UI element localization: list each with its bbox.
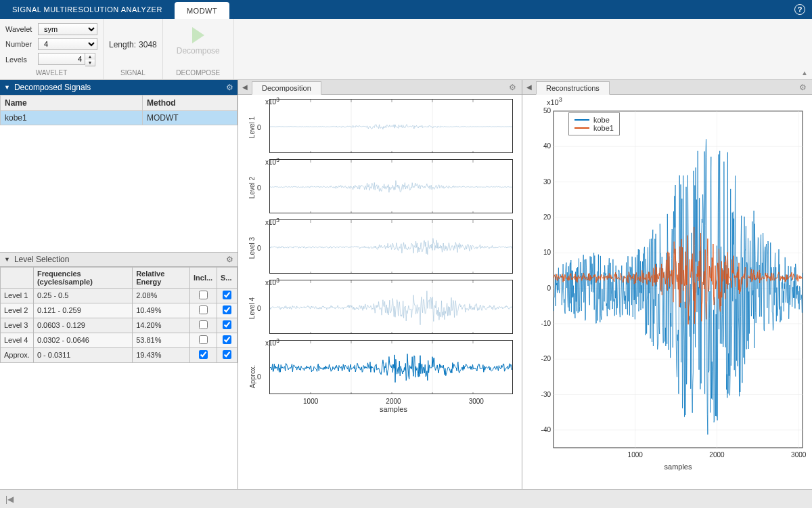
chevron-left-icon[interactable]: ◀ [522,83,536,91]
col-freq[interactable]: Frequencies (cycles/sample) [33,267,132,288]
decomposition-chart[interactable] [269,159,513,213]
svg-text:10: 10 [543,249,551,256]
decompose-group: Decompose DECOMPOSE [163,19,234,79]
tab-decomposition[interactable]: Decomposition [252,81,321,95]
x-ticks: 100020003000 [269,398,518,405]
cell-include [190,288,217,303]
wavelet-group: Wavelet sym Number 4 Levels ▲ ▼ WAVELET [0,19,104,79]
levels-down-button[interactable]: ▼ [85,60,95,66]
show-checkbox[interactable] [223,350,231,359]
axis-exponent: x103 [265,156,279,166]
signal-group: Length: 3048 SIGNAL [104,19,163,79]
table-row[interactable]: Level 3 0.0603 - 0.129 14.20% [1,318,238,333]
cell-show [217,318,238,333]
col-show[interactable]: S... [217,267,238,288]
cell-include [190,318,217,333]
decomposed-signals-title: Decomposed Signals [14,83,91,92]
cell-show [217,288,238,303]
collapse-toolstrip-button[interactable]: ▲ [801,69,808,77]
level-selection-title: Level Selection [14,255,69,264]
table-row[interactable]: Level 4 0.0302 - 0.0646 53.81% [1,333,238,347]
gear-icon[interactable]: ⚙ [794,83,812,92]
y-axis-label: Level 2 [248,176,256,198]
legend-item-kobe[interactable]: kobe [574,116,614,124]
mini-plot-level1: Level 1 x103 0 [242,99,518,155]
decomposition-chart[interactable] [269,280,513,334]
gear-icon[interactable]: ⚙ [503,83,522,92]
length-label: Length: [109,40,136,49]
table-row[interactable]: Approx. 0 - 0.0311 19.43% [1,347,238,362]
app-title-tab[interactable]: SIGNAL MULTIRESOLUTION ANALYZER [0,0,175,19]
decomposition-chart[interactable] [269,340,513,394]
chevron-left-icon[interactable]: ◀ [238,83,252,91]
decomposition-chart[interactable] [269,99,513,153]
legend[interactable]: kobe kobe1 [568,112,620,135]
legend-label: kobe [593,116,610,124]
gear-icon[interactable]: ⚙ [226,255,233,264]
number-select[interactable]: 4 [38,38,97,50]
y-axis-label: Level 3 [248,236,256,258]
help-icon[interactable]: ? [794,4,805,15]
decomposed-signals-header[interactable]: ▼ Decomposed Signals ⚙ [0,80,238,95]
legend-swatch [574,119,589,121]
cell-energy: 53.81% [133,333,190,347]
levels-input[interactable] [38,53,85,65]
include-checkbox[interactable] [199,305,208,314]
chevron-down-icon: ▼ [4,84,10,91]
cell-freq: 0.0302 - 0.0646 [33,333,132,347]
decompose-button[interactable]: Decompose [168,22,228,61]
gear-icon[interactable]: ⚙ [226,83,233,92]
include-checkbox[interactable] [199,291,208,299]
reconstructions-tabstrip: ◀ Reconstructions ⚙ [522,80,812,95]
col-include[interactable]: Incl... [190,267,217,288]
y-axis-label: Level 1 [248,116,256,137]
cell-method: MODWT [143,111,238,125]
y-tick-zero: 0 [257,244,261,251]
levels-up-button[interactable]: ▲ [85,54,95,60]
level-selection-empty [0,363,238,490]
svg-text:30: 30 [543,178,551,186]
table-row[interactable]: Level 2 0.121 - 0.259 10.49% [1,303,238,318]
col-energy[interactable]: Relative Energy [133,267,190,288]
legend-swatch [574,127,589,129]
mini-plot-approx: Approx. x103 0 100020003000 samples [242,340,518,413]
svg-text:3000: 3000 [791,451,807,459]
include-checkbox[interactable] [199,350,208,359]
table-row[interactable]: kobe1 MODWT [1,111,238,125]
include-checkbox[interactable] [199,320,208,329]
axis-exponent: x103 [265,217,279,226]
y-axis-label: Level 4 [248,297,256,318]
include-checkbox[interactable] [199,335,208,344]
table-row[interactable]: Level 1 0.25 - 0.5 2.08% [1,288,238,303]
show-checkbox[interactable] [223,305,231,314]
decomposition-chart[interactable] [269,219,513,274]
y-tick-zero: 0 [257,304,261,312]
svg-text:-30: -30 [541,391,551,398]
y-axis-label: Approx. [249,365,256,388]
y-tick-zero: 0 [257,184,261,191]
rewind-icon[interactable]: |◀ [5,494,14,504]
svg-text:0: 0 [547,284,551,292]
decompose-group-label: DECOMPOSE [168,68,228,77]
length-value: 3048 [139,40,157,49]
chevron-down-icon: ▼ [4,256,10,263]
cell-show [217,303,238,318]
legend-item-kobe1[interactable]: kobe1 [574,124,614,132]
level-selection-header[interactable]: ▼ Level Selection ⚙ [0,252,238,267]
col-name[interactable]: Name [1,96,143,111]
wavelet-select[interactable]: sym [38,23,97,35]
cell-level: Level 2 [1,303,34,318]
show-checkbox[interactable] [223,291,231,299]
col-method[interactable]: Method [143,96,238,111]
cell-name: kobe1 [1,111,143,125]
svg-text:40: 40 [543,142,551,150]
decomposed-signals-table: Name Method kobe1 MODWT [0,95,238,125]
show-checkbox[interactable] [223,320,231,329]
modwt-tab[interactable]: MODWT [175,2,229,19]
tab-reconstructions[interactable]: Reconstructions [536,81,610,95]
svg-text:20: 20 [543,213,551,221]
number-label: Number [5,40,35,48]
show-checkbox[interactable] [223,335,231,344]
axis-exponent: x103 [547,96,562,106]
reconstructions-chart[interactable]: 50403020100-10-20-30-40100020003000 samp… [526,99,807,475]
